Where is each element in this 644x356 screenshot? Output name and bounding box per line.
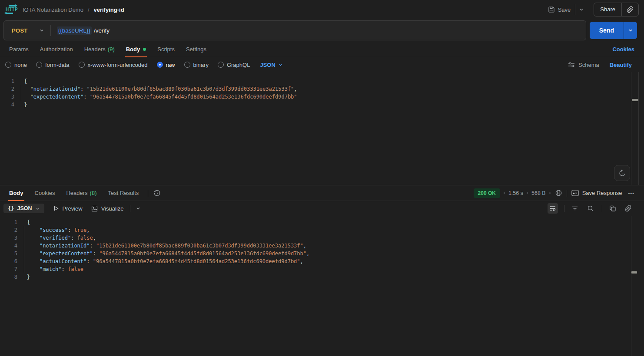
tab-headers[interactable]: Headers (9) — [79, 42, 120, 57]
raw-language-label: JSON — [260, 62, 275, 68]
breadcrumb-request-name[interactable]: verifying-id — [94, 7, 124, 13]
editor-scroll-gutter — [638, 72, 639, 185]
search-icon[interactable] — [585, 203, 596, 214]
radio-label: GraphQL — [227, 62, 250, 68]
url-variable: {{baseURL}} — [57, 26, 92, 35]
code-line[interactable]: 7 "match": false — [0, 265, 644, 273]
line-number: 6 — [0, 258, 17, 264]
body-mode-options: noneform-datax-www-form-urlencodedrawbin… — [0, 57, 644, 72]
radio-label: binary — [193, 62, 209, 68]
request-url-row: POST {{baseURL}} /verify Send — [0, 19, 644, 42]
divider — [564, 205, 564, 212]
divider — [602, 205, 602, 212]
response-history-button[interactable] — [152, 188, 163, 198]
response-size[interactable]: 568 B — [531, 190, 546, 196]
scrollbar-thumb[interactable] — [632, 99, 638, 101]
line-number: 1 — [0, 78, 14, 84]
copy-link-button[interactable] — [622, 3, 638, 16]
share-button[interactable]: Share — [594, 3, 621, 16]
body-modified-dot — [143, 48, 146, 51]
radio-circle-icon — [5, 62, 11, 68]
line-number: 5 — [0, 251, 17, 257]
body-mode-radio-GraphQL[interactable]: GraphQL — [218, 62, 250, 68]
schema-label: Schema — [578, 62, 599, 68]
raw-language-dropdown[interactable]: JSON — [260, 62, 282, 68]
line-number: 3 — [0, 235, 17, 241]
filter-icon[interactable] — [570, 203, 580, 214]
code-line[interactable]: 3 "verified": false, — [0, 234, 644, 242]
body-options-right: Schema Beautify — [568, 61, 639, 68]
method-dropdown[interactable]: POST — [4, 27, 50, 34]
visualize-label: Visualize — [101, 205, 124, 212]
code-line[interactable]: 5 "expectedContent": "96a5447815a0bf0e7e… — [0, 250, 644, 257]
body-mode-radio-raw[interactable]: raw — [157, 62, 175, 68]
code-line[interactable]: 3 "expectedContent": "96a5447815a0bf0e7e… — [0, 93, 644, 101]
code-line[interactable]: 2 "success": true, — [0, 226, 644, 234]
response-tab-cookies[interactable]: Cookies — [29, 185, 61, 201]
more-actions-button[interactable]: ••• — [628, 191, 634, 196]
response-time[interactable]: 1.56 s — [508, 190, 523, 196]
url-input[interactable]: {{baseURL}} /verify — [57, 26, 110, 35]
dot-separator — [549, 192, 551, 194]
code-line[interactable]: 4} — [0, 101, 644, 109]
radio-label: none — [14, 62, 27, 68]
line-number: 4 — [0, 102, 14, 108]
send-options-chevron[interactable] — [624, 22, 637, 39]
editor-scroll-gutter — [631, 216, 631, 356]
breadcrumb-separator: / — [88, 7, 90, 13]
clock-history-icon — [153, 189, 161, 197]
response-toolbar: {} JSON Preview Visualize — [0, 201, 644, 216]
code-content: "expectedContent": "96a5447815a0bf0e7efa… — [24, 94, 297, 100]
save-options-chevron[interactable] — [575, 4, 588, 15]
code-line[interactable]: 8} — [0, 273, 644, 281]
code-line[interactable]: 4 "notarizationId": "15b21de61100e7b80df… — [0, 242, 644, 250]
response-body-editor[interactable]: 1{2 "success": true,3 "verified": false,… — [0, 216, 644, 356]
response-tab-body[interactable]: Body — [3, 185, 29, 201]
code-line[interactable]: 1{ — [0, 218, 644, 226]
send-button[interactable]: Send — [590, 22, 624, 39]
tab-scripts[interactable]: Scripts — [152, 42, 180, 57]
request-url-box: POST {{baseURL}} /verify — [3, 20, 586, 40]
code-line[interactable]: 2 "notarizationId": "15b21de61100e7b80df… — [0, 85, 644, 93]
cookies-link[interactable]: Cookies — [612, 46, 641, 53]
radio-circle-icon — [157, 62, 163, 68]
line-number: 2 — [0, 227, 17, 233]
image-icon — [91, 205, 98, 212]
code-line[interactable]: 6 "actualContent": "96a5447815a0bf0e7efa… — [0, 257, 644, 265]
breadcrumb: HTTP IOTA Notarization Demo / verifying-… — [5, 5, 124, 14]
wrap-text-toggle[interactable] — [548, 203, 558, 214]
code-line[interactable]: 1{ — [0, 77, 644, 85]
sliders-icon — [568, 61, 575, 68]
copy-icon[interactable] — [607, 203, 618, 214]
response-tab-test-results[interactable]: Test Results — [103, 185, 145, 201]
play-icon — [53, 205, 59, 211]
scrollbar-thumb[interactable] — [631, 271, 637, 274]
tab-settings[interactable]: Settings — [180, 42, 212, 57]
postbot-button[interactable] — [614, 165, 630, 181]
network-info-button[interactable] — [555, 189, 562, 197]
status-badge[interactable]: 200 OK — [474, 188, 500, 198]
tab-authorization[interactable]: Authorization — [34, 42, 79, 57]
preview-label: Preview — [63, 205, 83, 212]
tab-params[interactable]: Params — [3, 42, 34, 57]
top-bar-actions: Save Share — [544, 3, 639, 16]
save-response-button[interactable]: Save Response — [571, 190, 622, 196]
body-mode-radio-none[interactable]: none — [5, 62, 27, 68]
beautify-button[interactable]: Beautify — [610, 62, 632, 68]
more-views-chevron[interactable] — [136, 206, 141, 211]
tab-body[interactable]: Body — [120, 42, 152, 57]
request-body-editor[interactable]: 1{2 "notarizationId": "15b21de61100e7b80… — [0, 72, 644, 185]
body-mode-radio-binary[interactable]: binary — [184, 62, 209, 68]
floppy-save-icon — [548, 6, 555, 13]
body-mode-radio-form-data[interactable]: form-data — [36, 62, 70, 68]
visualize-button[interactable]: Visualize — [91, 205, 124, 212]
save-button[interactable]: Save — [544, 3, 575, 16]
breadcrumb-collection[interactable]: IOTA Notarization Demo — [23, 7, 83, 13]
schema-button[interactable]: Schema — [568, 61, 599, 68]
radio-circle-icon — [79, 62, 85, 68]
response-tab-headers[interactable]: Headers (8) — [60, 185, 102, 201]
preview-button[interactable]: Preview — [53, 205, 83, 212]
body-mode-radio-x-www-form-urlencoded[interactable]: x-www-form-urlencoded — [79, 62, 148, 68]
response-format-dropdown[interactable]: {} JSON — [3, 204, 44, 213]
link-icon[interactable] — [623, 203, 634, 214]
